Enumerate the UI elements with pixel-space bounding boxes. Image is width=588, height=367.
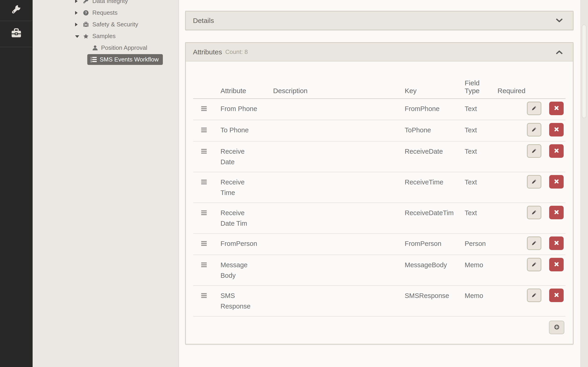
- x-icon: [553, 261, 560, 268]
- chevron-down-icon[interactable]: [555, 18, 563, 23]
- field-type-cell: Text: [465, 103, 498, 114]
- vertical-scrollbar-thumb[interactable]: [582, 25, 586, 118]
- vertical-scrollbar-track[interactable]: [580, 0, 588, 367]
- details-panel-header[interactable]: Details: [186, 11, 573, 30]
- delete-attribute-button[interactable]: [549, 258, 564, 271]
- edit-attribute-button[interactable]: [527, 206, 541, 219]
- edit-attribute-button[interactable]: [527, 144, 541, 158]
- pencil-icon: [531, 126, 538, 133]
- details-panel-title: Details: [193, 17, 214, 25]
- wrench-icon: [11, 5, 22, 16]
- attribute-name-cell: Receive Time: [221, 177, 273, 198]
- delete-attribute-button[interactable]: [549, 123, 564, 136]
- sidebar-item-label: Position Approval: [101, 44, 147, 51]
- attributes-table: AttributeDescriptionKeyField TypeRequire…: [186, 61, 573, 334]
- star-icon: [83, 33, 89, 40]
- attribute-row: To PhoneToPhoneText: [193, 120, 565, 142]
- pencil-icon: [531, 261, 538, 268]
- key-cell: ReceiveDateTim: [405, 208, 465, 218]
- edit-attribute-button[interactable]: [527, 258, 541, 271]
- ordered-list-icon: 123: [90, 56, 97, 63]
- delete-attribute-button[interactable]: [549, 236, 564, 250]
- drag-handle-icon[interactable]: [201, 106, 207, 111]
- sidebar-item-label: Data Integrity: [92, 0, 128, 5]
- add-attribute-button[interactable]: [549, 321, 564, 334]
- edit-attribute-button[interactable]: [527, 175, 541, 189]
- pencil-icon: [531, 292, 538, 299]
- column-header-description: Description: [273, 87, 405, 95]
- rail-admin-button[interactable]: [0, 0, 33, 21]
- attribute-row: Receive DateReceiveDateText: [193, 142, 565, 172]
- attribute-row: SMS ResponseSMSResponseMemo: [193, 286, 565, 317]
- field-type-cell: Text: [465, 208, 498, 218]
- plus-circle-icon: [553, 324, 560, 331]
- drag-handle-icon[interactable]: [201, 262, 207, 267]
- edit-attribute-button[interactable]: [527, 236, 541, 250]
- sidebar-item-label: Samples: [92, 33, 115, 40]
- icon-rail: [0, 0, 33, 367]
- question-circle-icon: ?: [83, 10, 89, 16]
- pencil-icon: [531, 105, 538, 112]
- attributes-panel-header[interactable]: Attributes Count: 8: [186, 43, 573, 61]
- chevron-up-icon[interactable]: [555, 50, 563, 55]
- key-cell: MessageBody: [405, 260, 465, 270]
- pencil-icon: [531, 178, 538, 186]
- caret-right-icon[interactable]: [75, 0, 78, 3]
- caret-down-icon[interactable]: [75, 35, 78, 38]
- drag-handle-icon[interactable]: [201, 149, 207, 154]
- drag-handle-icon[interactable]: [201, 127, 207, 132]
- delete-attribute-button[interactable]: [549, 289, 564, 302]
- sidebar-item-data-integrity[interactable]: Data Integrity: [33, 0, 179, 7]
- field-type-cell: Person: [465, 238, 498, 249]
- key-cell: SMSResponse: [405, 290, 465, 301]
- x-icon: [553, 209, 560, 216]
- drag-handle-icon[interactable]: [201, 293, 207, 298]
- delete-attribute-button[interactable]: [549, 144, 564, 158]
- field-type-cell: Text: [465, 177, 498, 187]
- rail-toolbox-button[interactable]: [0, 21, 33, 47]
- edit-attribute-button[interactable]: [527, 289, 541, 302]
- column-header-key: Key: [405, 87, 465, 95]
- column-header-required: Required: [498, 87, 527, 95]
- sidebar-item-position-approval[interactable]: Position Approval: [33, 42, 179, 54]
- delete-attribute-button[interactable]: [549, 206, 564, 219]
- caret-right-icon[interactable]: [75, 23, 78, 26]
- drag-handle-icon[interactable]: [201, 241, 207, 246]
- attribute-name-cell: Receive Date Tim: [221, 208, 273, 229]
- column-header-attribute: Attribute: [221, 87, 273, 95]
- edit-attribute-button[interactable]: [527, 123, 541, 136]
- sidebar-item-sms-events-workflow[interactable]: 123SMS Events Workflow: [33, 54, 179, 65]
- attribute-name-cell: FromPerson: [221, 238, 273, 249]
- attribute-name-cell: SMS Response: [221, 290, 273, 311]
- pencil-icon: [531, 147, 538, 155]
- attribute-name-cell: Message Body: [221, 260, 273, 281]
- sidebar-item-requests[interactable]: ?Requests: [33, 7, 179, 19]
- x-icon: [553, 240, 560, 247]
- caret-right-icon[interactable]: [75, 11, 78, 15]
- delete-attribute-button[interactable]: [549, 175, 564, 189]
- sidebar-item-samples[interactable]: Samples: [33, 30, 179, 42]
- attributes-count-badge: Count: 8: [225, 48, 248, 56]
- field-type-cell: Text: [465, 146, 498, 157]
- svg-text:3: 3: [90, 60, 92, 63]
- wrench-icon: [83, 0, 89, 4]
- drag-handle-icon[interactable]: [201, 210, 207, 215]
- sidebar-item-label: Safety & Security: [92, 21, 138, 28]
- delete-attribute-button[interactable]: [549, 102, 564, 115]
- pencil-icon: [531, 240, 538, 247]
- drag-handle-icon[interactable]: [201, 180, 207, 184]
- attributes-panel: Attributes Count: 8 AttributeDescription…: [185, 42, 573, 344]
- first-aid-kit-icon: [83, 21, 89, 28]
- x-icon: [553, 126, 560, 133]
- x-icon: [553, 105, 560, 112]
- selected-item-pill: 123SMS Events Workflow: [87, 54, 163, 65]
- workflow-tree: Data Integrity?RequestsSafety & Security…: [33, 0, 179, 65]
- attribute-row: Receive TimeReceiveTimeText: [193, 172, 565, 203]
- attribute-name-cell: From Phone: [221, 103, 273, 114]
- attribute-row: From PhoneFromPhoneText: [193, 99, 565, 120]
- x-icon: [553, 292, 560, 299]
- attributes-table-header: AttributeDescriptionKeyField TypeRequire…: [193, 61, 565, 99]
- edit-attribute-button[interactable]: [527, 102, 541, 115]
- sidebar-item-safety-security[interactable]: Safety & Security: [33, 19, 179, 30]
- x-icon: [553, 147, 560, 155]
